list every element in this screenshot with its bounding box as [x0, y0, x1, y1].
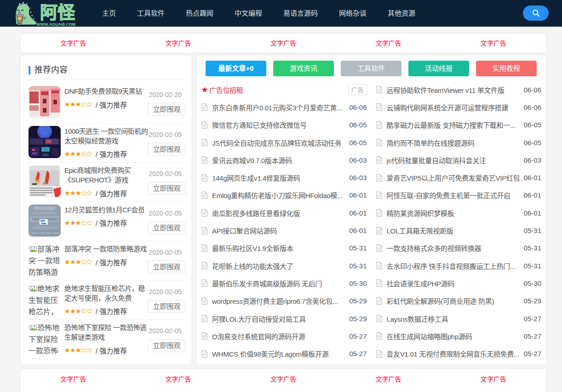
- svg-text:WWW.AGUAI8.COM: WWW.AGUAI8.COM: [36, 22, 75, 26]
- svg-text:阿怪: 阿怪: [40, 3, 75, 22]
